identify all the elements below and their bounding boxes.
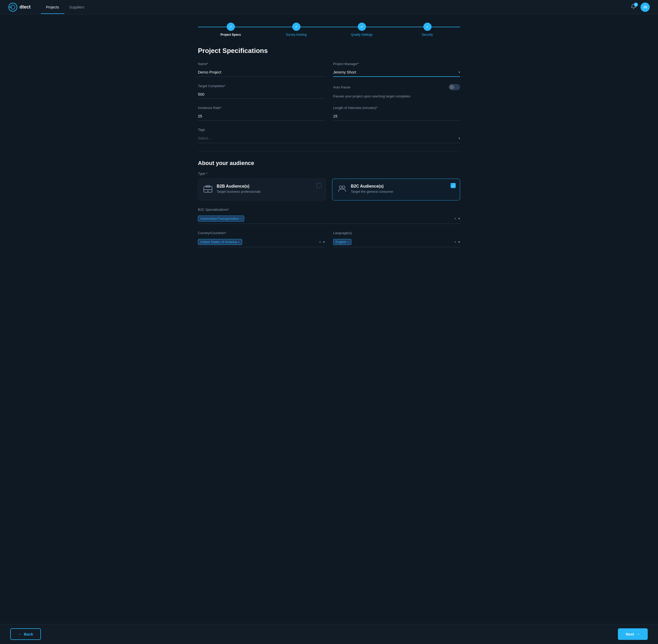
nav-right: 8 JS (631, 3, 650, 12)
loi-label: Length of Interview (minutes)* (333, 106, 460, 110)
stepper-circle-2: ✓ (292, 23, 300, 31)
tags-chevron-icon: ▾ (458, 136, 460, 140)
toggle-knob (450, 85, 454, 89)
b2c-checkbox[interactable]: ✓ (451, 183, 456, 188)
manager-select[interactable]: Jeremy Short ▾ (333, 68, 460, 77)
manager-label: Project Manager* (333, 62, 460, 66)
languages-group: Language(s) English × × ▾ (333, 231, 460, 247)
avatar[interactable]: JS (640, 3, 650, 12)
nav-projects[interactable]: Projects (41, 1, 64, 14)
audience-title: About your audience (198, 160, 460, 166)
countries-chevron-icon[interactable]: ▾ (323, 240, 325, 244)
auto-pause-desc: Pauses your project upon reaching target… (333, 94, 460, 98)
specializations-row: B2C Specializations* Automotive/Transpor… (198, 208, 460, 224)
b2b-icon (203, 184, 212, 195)
language-tag-0: English × (333, 239, 351, 245)
b2b-content: B2B Audience(s) Target business professi… (217, 184, 260, 193)
countries-group: Country/Countries* United States of Amer… (198, 231, 325, 247)
type-label: Type * (198, 172, 460, 176)
back-arrow-icon: ← (18, 632, 22, 636)
tags-label: Tags (198, 128, 460, 132)
next-button[interactable]: Next → (618, 628, 648, 640)
next-arrow-icon: → (636, 632, 640, 636)
incidence-loi-row: Incidence Rate* Length of Interview (min… (198, 106, 460, 120)
languages-label: Language(s) (333, 231, 460, 235)
back-button[interactable]: ← Back (10, 628, 41, 640)
specializations-controls: × ▾ (454, 216, 460, 221)
specialization-tag-remove-0[interactable]: × (240, 217, 242, 220)
stepper-circle-4: ✓ (423, 23, 432, 31)
auto-pause-toggle[interactable] (449, 84, 460, 90)
b2c-title: B2C Audience(s) (351, 184, 393, 189)
specializations-select[interactable]: Automotive/Transportation × × ▾ (198, 213, 460, 224)
specialization-tag-0: Automotive/Transportation × (198, 215, 244, 222)
loi-input[interactable] (333, 112, 460, 120)
stepper-label-3: Quality Settings (351, 33, 372, 37)
language-tag-remove-0[interactable]: × (347, 240, 349, 244)
b2c-card[interactable]: B2C Audience(s) Target the general consu… (332, 179, 460, 201)
stepper-survey-hosting[interactable]: ✓ Survey Hosting (264, 23, 329, 37)
stepper-project-specs[interactable]: ✓ Project Specs (198, 23, 264, 37)
loi-group: Length of Interview (minutes)* (333, 106, 460, 120)
navbar: dtect Projects Suppliers 8 JS (0, 0, 658, 15)
logo-icon (8, 3, 18, 12)
languages-chevron-icon[interactable]: ▾ (458, 240, 460, 244)
languages-select[interactable]: English × × ▾ (333, 237, 460, 247)
specializations-group: B2C Specializations* Automotive/Transpor… (198, 208, 460, 224)
b2c-desc: Target the general consumer (351, 190, 393, 193)
project-specs-title: Project Specifications (198, 47, 460, 55)
specializations-clear-icon[interactable]: × (454, 216, 456, 221)
stepper-circle-1: ✓ (227, 23, 235, 31)
notification-badge: 8 (634, 3, 638, 7)
logo-text: dtect (20, 4, 30, 10)
manager-group: Project Manager* Jeremy Short ▾ (333, 62, 460, 77)
languages-clear-icon[interactable]: × (454, 240, 456, 244)
country-tag-remove-0[interactable]: × (238, 240, 240, 244)
b2b-title: B2B Audience(s) (217, 184, 260, 189)
countries-select[interactable]: United States of America × × ▾ (198, 237, 325, 247)
incidence-group: Incidence Rate* (198, 106, 325, 120)
b2b-card[interactable]: B2B Audience(s) Target business professi… (198, 179, 326, 201)
nav-links: Projects Suppliers (41, 1, 89, 14)
stepper-circle-3: ✓ (358, 23, 366, 31)
target-label: Target Completes* (198, 84, 325, 88)
logo[interactable]: dtect (8, 3, 30, 12)
country-language-row: Country/Countries* United States of Amer… (198, 231, 460, 247)
notifications-button[interactable]: 8 (631, 4, 636, 10)
svg-point-7 (339, 186, 342, 188)
incidence-label: Incidence Rate* (198, 106, 325, 110)
country-tag-text-0: United States of America (200, 240, 237, 244)
tags-placeholder: Select... (198, 136, 211, 140)
manager-chevron-icon: ▾ (458, 70, 460, 74)
incidence-input[interactable] (198, 112, 325, 120)
stepper: ✓ Project Specs ✓ Survey Hosting ✓ Quali… (198, 23, 460, 37)
b2b-desc: Target business professionals (217, 190, 260, 193)
name-input[interactable] (198, 68, 325, 76)
tags-select[interactable]: Select... ▾ (198, 134, 460, 143)
next-label: Next (626, 632, 634, 636)
back-label: Back (24, 632, 33, 636)
tags-row: Tags Select... ▾ (198, 128, 460, 143)
countries-clear-icon[interactable]: × (319, 240, 321, 244)
specialization-tag-text-0: Automotive/Transportation (200, 216, 239, 221)
target-pause-row: Target Completes* Auto Pause Pauses your… (198, 84, 460, 99)
stepper-quality-settings[interactable]: ✓ Quality Settings (329, 23, 394, 37)
auto-pause-group: Auto Pause Pauses your project upon reac… (333, 84, 460, 99)
main-content: ✓ Project Specs ✓ Survey Hosting ✓ Quali… (188, 15, 470, 285)
target-input[interactable] (198, 90, 325, 99)
name-group: Name* (198, 62, 325, 77)
svg-point-8 (342, 186, 345, 188)
b2b-checkbox[interactable] (316, 183, 321, 188)
name-manager-row: Name* Project Manager* Jeremy Short ▾ (198, 62, 460, 77)
country-tag-0: United States of America × (198, 239, 242, 245)
stepper-label-2: Survey Hosting (286, 33, 307, 37)
specializations-chevron-icon[interactable]: ▾ (458, 216, 460, 221)
stepper-label-4: Security (422, 33, 433, 37)
nav-suppliers[interactable]: Suppliers (64, 1, 89, 14)
specializations-label: B2C Specializations* (198, 208, 460, 211)
target-group: Target Completes* (198, 84, 325, 99)
stepper-security[interactable]: ✓ Security (394, 23, 460, 37)
language-tag-text-0: English (335, 240, 346, 244)
bottom-bar: ← Back Next → (0, 624, 658, 644)
tags-group: Tags Select... ▾ (198, 128, 460, 143)
